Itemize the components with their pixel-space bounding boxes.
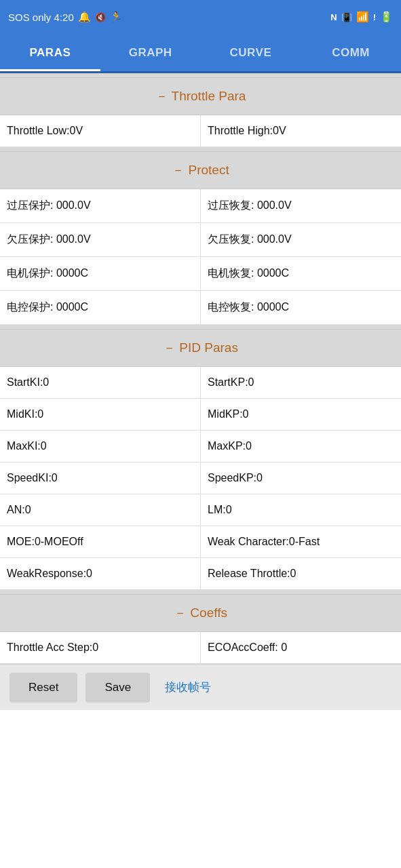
throttle-acc-step: Throttle Acc Step:0 [0, 632, 201, 663]
table-row: MidKI:0 MidKP:0 [0, 399, 401, 431]
battery-icon: 🔋 [380, 11, 393, 23]
section-header-protect: － Protect [0, 151, 401, 189]
mid-kp: MidKP:0 [201, 399, 401, 430]
table-row: 电机保护: 0000C 电机恢复: 0000C [0, 257, 401, 291]
reset-button[interactable]: Reset [9, 673, 77, 703]
tab-curve[interactable]: CURVE [201, 34, 301, 71]
table-row: Throttle Low:0V Throttle High:0V [0, 115, 401, 147]
throttle-high: Throttle High:0V [201, 115, 401, 146]
status-bar: SOS only 4:20 🔔 🔇 🏃 N 📳 📶 ! 🔋 [0, 0, 401, 34]
table-row: 欠压保护: 000.0V 欠压恢复: 000.0V [0, 223, 401, 257]
start-ki: StartKI:0 [0, 367, 201, 398]
eco-acc-coeff: ECOAccCoeff: 0 [201, 632, 401, 663]
receive-frame-link[interactable]: 接收帧号 [165, 679, 211, 695]
table-row: MOE:0-MOEOff Weak Character:0-Fast [0, 526, 401, 558]
status-right: N 📳 📶 ! 🔋 [330, 11, 393, 23]
controller-recover: 电控恢复: 0000C [201, 291, 401, 324]
vibrate-icon: 📳 [341, 12, 352, 22]
table-row: Throttle Acc Step:0 ECOAccCoeff: 0 [0, 632, 401, 664]
release-throttle: Release Throttle:0 [201, 558, 401, 589]
lm-value: LM:0 [201, 494, 401, 526]
table-row: SpeedKI:0 SpeedKP:0 [0, 462, 401, 494]
controller-protect: 电控保护: 0000C [0, 291, 201, 324]
max-kp: MaxKP:0 [201, 431, 401, 462]
save-button[interactable]: Save [85, 673, 150, 703]
moe-value: MOE:0-MOEOff [0, 526, 201, 557]
status-sos-time: SOS only 4:20 [8, 12, 74, 23]
speed-kp: SpeedKP:0 [201, 462, 401, 494]
bottom-bar: Reset Save 接收帧号 [0, 664, 401, 710]
an-value: AN:0 [0, 494, 201, 526]
table-row: MaxKI:0 MaxKP:0 [0, 431, 401, 462]
main-content: － Throttle Para Throttle Low:0V Throttle… [0, 73, 401, 664]
motor-recover: 电机恢复: 0000C [201, 257, 401, 290]
table-row: 电控保护: 0000C 电控恢复: 0000C [0, 291, 401, 325]
status-left: SOS only 4:20 🔔 🔇 🏃 [8, 11, 123, 23]
table-row: 过压保护: 000.0V 过压恢复: 000.0V [0, 189, 401, 223]
mute-icon: 🔇 [95, 12, 106, 22]
section-header-pid: － PID Paras [0, 329, 401, 367]
wifi-icon: 📶 [356, 11, 369, 23]
battery-alert-icon: ! [373, 12, 376, 22]
table-row: StartKI:0 StartKP:0 [0, 367, 401, 399]
start-kp: StartKP:0 [201, 367, 401, 398]
weak-response: WeakResponse:0 [0, 558, 201, 589]
throttle-low: Throttle Low:0V [0, 115, 201, 146]
table-row: AN:0 LM:0 [0, 494, 401, 526]
undervolt-recover: 欠压恢复: 000.0V [201, 223, 401, 256]
max-ki: MaxKI:0 [0, 431, 201, 462]
bell-icon: 🔔 [78, 11, 91, 23]
weak-character: Weak Character:0-Fast [201, 526, 401, 557]
nfc-icon: N [330, 12, 337, 22]
tab-paras[interactable]: PARAS [0, 34, 100, 71]
speed-ki: SpeedKI:0 [0, 462, 201, 494]
section-header-throttle: － Throttle Para [0, 77, 401, 115]
tab-graph[interactable]: GRAPH [100, 34, 201, 71]
activity-icon: 🏃 [110, 11, 123, 23]
motor-protect: 电机保护: 0000C [0, 257, 201, 290]
overvolt-recover: 过压恢复: 000.0V [201, 189, 401, 222]
overvolt-protect: 过压保护: 000.0V [0, 189, 201, 222]
table-row: WeakResponse:0 Release Throttle:0 [0, 558, 401, 590]
tab-bar: PARAS GRAPH CURVE COMM [0, 34, 401, 73]
mid-ki: MidKI:0 [0, 399, 201, 430]
undervolt-protect: 欠压保护: 000.0V [0, 223, 201, 256]
section-header-coeffs: － Coeffs [0, 594, 401, 632]
tab-comm[interactable]: COMM [301, 34, 401, 71]
